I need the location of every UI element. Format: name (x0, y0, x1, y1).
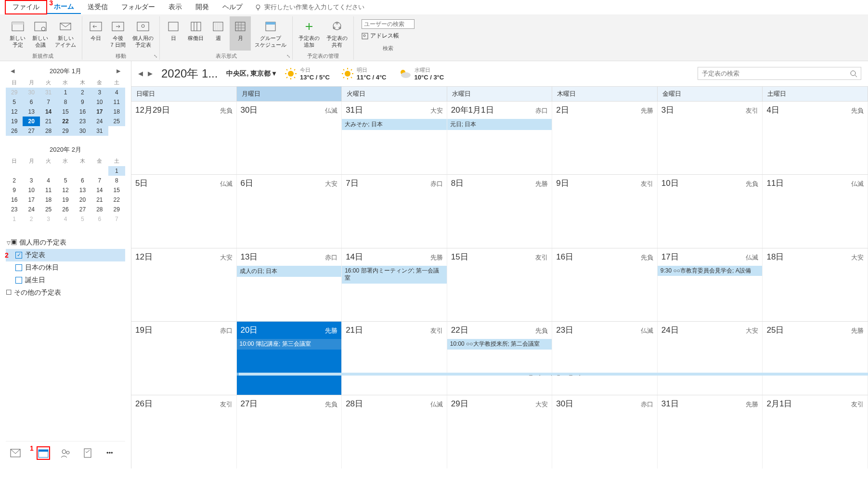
mini-cal-prev[interactable]: ◀ (11, 68, 14, 74)
calendar-list-item[interactable]: 誕生日 (6, 274, 125, 286)
day-cell[interactable]: 20日先勝10:00 簿記講座; 第三会議室 (237, 322, 342, 395)
mini-day[interactable]: 30 (23, 88, 39, 97)
mini-day[interactable]: 30 (74, 126, 91, 136)
mini-day[interactable]: 2 (6, 176, 23, 185)
today-button[interactable]: 今日 (85, 16, 106, 51)
mini-day[interactable]: 13 (23, 107, 39, 117)
location-dropdown[interactable]: 中央区, 東京都 ▾ (226, 69, 276, 78)
mini-day[interactable]: 12 (6, 107, 23, 117)
weather-item[interactable]: 水曜日10°C / 3°C (398, 66, 444, 81)
month-view-button[interactable]: 月 (230, 16, 251, 51)
day-cell[interactable]: 10日先負 (658, 175, 763, 248)
day-cell[interactable]: 12月29日先負 (131, 102, 237, 175)
day-cell[interactable]: 29日大安 (447, 395, 553, 468)
user-search-input[interactable] (362, 19, 415, 29)
mini-day[interactable]: 24 (91, 117, 108, 126)
day-cell[interactable]: 20年1月1日赤口元日; 日本 (447, 102, 553, 175)
week-view-button[interactable]: 週 (207, 16, 229, 51)
mini-day[interactable]: 15 (108, 185, 125, 195)
day-cell[interactable]: 25日先勝 (763, 322, 868, 395)
personal-calendars-header[interactable]: ▽▣ 個人用の予定表 (6, 236, 125, 249)
calendar-event[interactable]: 大みそか; 日本 (342, 119, 447, 130)
mini-day[interactable]: 12 (57, 185, 74, 195)
mini-day[interactable]: 9 (74, 97, 91, 107)
day-cell[interactable]: 2月1日友引 (763, 395, 868, 468)
dialog-launcher-icon[interactable]: ⤡ (154, 53, 157, 59)
mini-day[interactable]: 6 (74, 176, 91, 185)
mini-day[interactable]: 1 (57, 88, 74, 97)
mini-day[interactable]: 11 (40, 185, 57, 195)
calendar-event[interactable]: 9:30 ○○市教育委員会見学会; A設備 (658, 266, 763, 276)
mini-day[interactable]: 29 (6, 88, 23, 97)
mail-nav-icon[interactable] (9, 446, 22, 460)
calendar-list-item[interactable]: 日本の休日 (6, 261, 125, 274)
add-calendar-button[interactable]: 予定表の 追加 (296, 16, 323, 51)
mini-day[interactable]: 1 (6, 214, 23, 224)
calendar-list-item[interactable]: 2✓予定表 (6, 249, 125, 261)
weather-item[interactable]: 今日13°C / 5°C (285, 66, 330, 81)
mini-day[interactable]: 26 (6, 126, 23, 136)
day-cell[interactable]: 9日友引 (552, 175, 658, 248)
mini-day[interactable]: 27 (74, 205, 91, 214)
mini-day[interactable]: 4 (108, 88, 125, 97)
mini-day[interactable]: 18 (40, 195, 57, 205)
mini-day[interactable]: 28 (91, 205, 108, 214)
mini-day[interactable]: 1 (108, 166, 125, 176)
mini-day[interactable]: 16 (74, 107, 91, 117)
mini-day[interactable]: 26 (57, 205, 74, 214)
checkbox-icon[interactable] (15, 277, 22, 284)
day-cell[interactable]: 26日友引 (131, 395, 237, 468)
mini-day[interactable]: 23 (74, 117, 91, 126)
day-cell[interactable]: 18日大安 (763, 248, 868, 322)
calendar-event[interactable]: 10:00 簿記講座; 第三会議室 (237, 339, 342, 350)
mini-day[interactable]: 17 (91, 107, 108, 117)
mini-day[interactable]: 14 (91, 185, 108, 195)
mini-day[interactable]: 10 (23, 185, 39, 195)
mini-day[interactable]: 7 (108, 214, 125, 224)
day-cell[interactable]: 19日赤口 (131, 322, 237, 395)
address-book-button[interactable]: アドレス帳 (362, 32, 415, 40)
tasks-nav-icon[interactable] (81, 446, 94, 460)
cal-prev-button[interactable]: ◀ (138, 70, 143, 77)
mini-day[interactable]: 5 (6, 97, 23, 107)
next-7-days-button[interactable]: 今後 7 日間 (107, 16, 129, 51)
mini-day[interactable]: 13 (74, 185, 91, 195)
mini-cal-next[interactable]: ▶ (117, 68, 120, 74)
mini-day[interactable]: 5 (57, 176, 74, 185)
more-nav-icon[interactable]: ••• (103, 446, 117, 460)
mini-day[interactable]: 21 (40, 117, 57, 126)
day-cell[interactable]: 24日大安 (658, 322, 763, 395)
mini-day[interactable]: 18 (108, 107, 125, 117)
group-schedule-button[interactable]: グループ スケジュール (252, 16, 289, 51)
day-cell[interactable]: 11日仏滅 (763, 175, 868, 248)
new-appointment-button[interactable]: 新しい 予定 (7, 16, 28, 51)
other-calendars-header[interactable]: ☐ その他の予定表 (6, 286, 125, 299)
mini-day[interactable]: 8 (57, 97, 74, 107)
mini-day[interactable]: 14 (40, 107, 57, 117)
day-cell[interactable]: 28日仏滅 (342, 395, 447, 468)
calendar-event[interactable]: 元日; 日本 (447, 119, 552, 130)
day-cell[interactable]: 12日大安 (131, 248, 237, 322)
day-cell[interactable]: 23日仏滅 (552, 322, 658, 395)
mini-day[interactable]: 7 (40, 97, 57, 107)
mini-day[interactable]: 9 (6, 185, 23, 195)
mini-day[interactable]: 8 (108, 176, 125, 185)
mini-day[interactable]: 21 (91, 195, 108, 205)
mini-day[interactable]: 29 (57, 126, 74, 136)
mini-day[interactable]: 17 (23, 195, 39, 205)
day-cell[interactable]: 3日友引 (658, 102, 763, 175)
day-cell[interactable]: 21日友引 (342, 322, 447, 395)
day-cell[interactable]: 2日先勝 (552, 102, 658, 175)
people-nav-icon[interactable] (59, 446, 72, 460)
menu-folder[interactable]: フォルダー (115, 1, 162, 13)
personal-calendar-button[interactable]: 個人用の 予定表 (130, 16, 156, 51)
day-cell[interactable]: 17日仏滅9:30 ○○市教育委員会見学会; A設備 (658, 248, 763, 322)
share-calendar-button[interactable]: 予定表の 共有 (324, 16, 350, 51)
mini-day[interactable]: 19 (57, 195, 74, 205)
mini-day[interactable]: 3 (91, 88, 108, 97)
mini-day[interactable]: 20 (23, 117, 39, 126)
menu-file[interactable]: ファイル 3 (5, 0, 47, 14)
mini-day[interactable]: 27 (23, 126, 39, 136)
mini-day[interactable]: 10 (91, 97, 108, 107)
mini-day[interactable]: 29 (108, 205, 125, 214)
